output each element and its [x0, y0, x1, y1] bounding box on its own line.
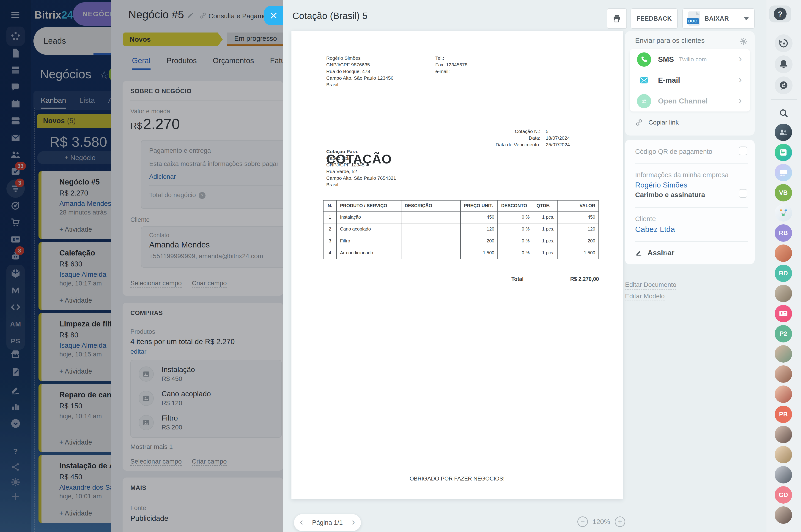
document-footer: OBRIGADO POR FAZER NEGÓCIOS!	[291, 475, 623, 482]
close-icon[interactable]: ✕	[264, 6, 283, 25]
avatar-p2[interactable]: P2	[775, 325, 792, 342]
right-rail: ? VBRBBDP2PBGD	[766, 0, 801, 532]
avatar-gd[interactable]: GD	[775, 486, 792, 504]
edit-template-link[interactable]: Editar Modelo	[625, 292, 665, 300]
avatar-pb[interactable]: PB	[775, 406, 792, 423]
quote-table: N.PRODUTO / SERVIÇODESCRIÇÃOPREÇO UNIT.D…	[323, 200, 599, 259]
zoom-out-icon[interactable]: −	[577, 516, 588, 527]
company-block: Rogério SimõesCNPJ/CPF 9876635Rua do Bos…	[326, 55, 394, 88]
notifications-icon[interactable]	[775, 55, 793, 73]
chevron-right-icon: ›	[739, 95, 742, 105]
send-header: Enviar para os clientes	[635, 37, 705, 44]
videocall-thumb[interactable]	[775, 124, 792, 141]
download-button[interactable]: DOC BAIXAR	[682, 8, 755, 29]
channel-sms[interactable]: SMSTwilio.com›	[630, 49, 750, 70]
search-icon[interactable]	[775, 104, 793, 122]
quote-total-row: Total R$ 2.270,00	[511, 276, 599, 283]
screenshot-thumb[interactable]	[775, 164, 792, 181]
page-indicator: Página 1/1	[312, 519, 343, 526]
diagram-thumb[interactable]	[775, 204, 792, 222]
feedback-button[interactable]: FEEDBACK	[631, 8, 678, 29]
contact-card-avatar[interactable]	[775, 305, 792, 322]
avatar-rb[interactable]: RB	[775, 224, 792, 242]
document-options-card: Código QR de pagamento Informações da mi…	[625, 140, 755, 264]
user-photo[interactable]	[775, 245, 792, 262]
news-avatar[interactable]	[775, 144, 792, 161]
prev-page-icon[interactable]: ‹	[300, 517, 303, 527]
user-photo[interactable]	[775, 385, 792, 403]
user-photo[interactable]	[775, 446, 792, 463]
zoom-level: 120%	[593, 518, 610, 526]
channels-card: SMSTwilio.com›E-mail›Open Channel›	[630, 49, 750, 112]
edit-document-link[interactable]: Editar Documento	[625, 281, 676, 288]
copy-link-row[interactable]: Copiar link	[635, 118, 679, 126]
chevron-right-icon: ›	[739, 74, 742, 84]
email-icon	[637, 73, 651, 88]
document-viewer-panel: ✕ Cotação (Brasil) 5 FEEDBACK DOC BAIXAR…	[283, 0, 766, 532]
channel-e-mail[interactable]: E-mail›	[630, 70, 750, 91]
openchannel-icon	[637, 94, 651, 108]
updates-icon[interactable]	[775, 34, 793, 52]
doc-file-icon: DOC	[688, 12, 700, 26]
quote-meta: Cotação N.:5Data:18/07/2024Data de Venci…	[456, 128, 580, 148]
client-label: Cliente	[635, 215, 656, 223]
send-to-clients-card: Enviar para os clientes SMSTwilio.com›E-…	[625, 31, 755, 135]
bitrix24-app: 3333AMPS? Bitrix24 Leads NEGÓCIO Negócio…	[0, 0, 801, 532]
print-button[interactable]	[607, 8, 627, 29]
stamp-checkbox[interactable]	[739, 189, 747, 198]
chevron-down-icon[interactable]	[744, 17, 749, 20]
quote-document-page: Rogério SimõesCNPJ/CPF 9876635Rua do Bos…	[291, 31, 623, 499]
avatar-bd[interactable]: BD	[775, 265, 792, 282]
user-photo[interactable]	[775, 426, 792, 443]
pager: ‹ Página 1/1 ›	[294, 514, 361, 531]
document-title: Cotação (Brasil) 5	[292, 11, 367, 21]
user-photo[interactable]	[775, 466, 792, 483]
sms-icon	[637, 53, 651, 66]
qr-checkbox[interactable]	[739, 147, 747, 155]
user-photo[interactable]	[775, 365, 792, 383]
backdrop	[0, 0, 283, 532]
chevron-right-icon: ›	[739, 54, 742, 64]
user-photo[interactable]	[775, 285, 792, 302]
user-photo[interactable]	[775, 506, 792, 524]
messenger-icon[interactable]	[775, 76, 793, 94]
contact-block: Tel.:Fax: 12345678e-mail:	[435, 55, 468, 75]
zoom-in-icon[interactable]: +	[615, 516, 625, 527]
help-button[interactable]: ?	[769, 5, 791, 22]
client-name-link[interactable]: Cabez Ltda	[635, 225, 675, 234]
gear-icon[interactable]	[740, 37, 748, 46]
channel-open-channel[interactable]: Open Channel›	[630, 91, 750, 112]
avatar-vb[interactable]: VB	[775, 184, 792, 202]
company-name-link[interactable]: Rogério Simões	[635, 181, 687, 189]
user-photo[interactable]	[775, 345, 792, 363]
qr-label: Código QR de pagamento	[635, 148, 712, 155]
sign-row[interactable]: Assinar ›	[635, 249, 674, 257]
bill-to-block: Cotação Para:Cabez LtdaCNPJ/CPF 12345Rua…	[326, 148, 432, 188]
company-info-label: Informações da minha empresa	[635, 171, 729, 179]
next-page-icon[interactable]: ›	[352, 517, 355, 527]
chevron-right-icon: ›	[665, 247, 668, 258]
zoom-controls: − 120% +	[577, 516, 625, 527]
stamp-label: Carimbo e assinatura	[635, 191, 705, 199]
